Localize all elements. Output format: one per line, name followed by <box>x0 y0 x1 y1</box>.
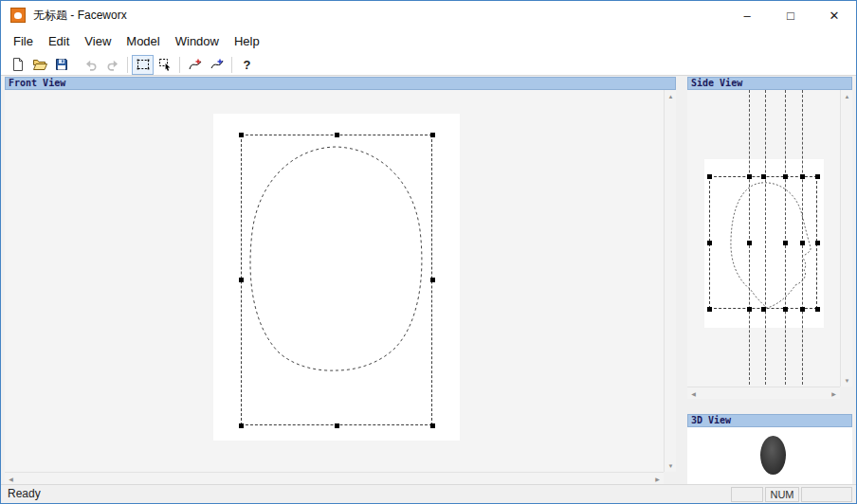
front-vertical-scrollbar[interactable]: ▲ ▼ <box>664 90 676 472</box>
threed-head-render <box>760 436 786 475</box>
menubar: File Edit View Model Window Help <box>1 29 856 54</box>
scroll-right-icon: ▶ <box>655 476 660 482</box>
toolbar-separator <box>127 57 128 73</box>
curve-add-blue-tool-button[interactable] <box>206 55 228 75</box>
side-view-body[interactable]: ▲ ▼ ◀ ▶ <box>687 90 852 399</box>
minimize-button[interactable]: – <box>725 1 769 29</box>
scroll-right-button[interactable]: ▶ <box>651 473 664 484</box>
curve-add-red-tool-button[interactable] <box>184 55 206 75</box>
scroll-down-icon: ▼ <box>845 378 850 384</box>
selection-handle[interactable] <box>335 133 339 137</box>
menu-edit[interactable]: Edit <box>41 29 77 54</box>
guide-handle[interactable] <box>800 307 805 312</box>
guide-handle[interactable] <box>783 174 788 179</box>
scroll-down-button[interactable]: ▼ <box>841 374 852 387</box>
front-view-header: Front View <box>5 77 676 90</box>
selection-handle[interactable] <box>335 423 339 428</box>
select-rect-tool-button[interactable] <box>132 55 154 75</box>
menu-model[interactable]: Model <box>119 29 167 54</box>
guide-handle[interactable] <box>800 241 805 245</box>
side-vertical-scrollbar[interactable]: ▲ ▼ <box>840 90 852 387</box>
titlebar: 无标题 - Faceworx – □ ✕ <box>1 1 856 29</box>
menu-view[interactable]: View <box>77 29 119 54</box>
redo-button[interactable] <box>101 55 123 75</box>
toolbar: ? <box>1 54 856 76</box>
guide-handle[interactable] <box>783 307 788 312</box>
maximize-button[interactable]: □ <box>769 1 812 29</box>
selection-handle[interactable] <box>430 423 435 428</box>
app-icon <box>10 8 26 23</box>
threed-view-header: 3D View <box>687 414 852 427</box>
scroll-left-icon: ◀ <box>691 390 696 397</box>
close-icon: ✕ <box>830 9 840 23</box>
side-view-header: Side View <box>687 77 852 90</box>
selection-handle[interactable] <box>707 241 712 245</box>
selection-handle[interactable] <box>815 307 820 312</box>
help-button[interactable]: ? <box>236 55 258 75</box>
selection-handle[interactable] <box>707 307 712 312</box>
threed-view-title: 3D View <box>691 415 731 425</box>
selection-handle[interactable] <box>815 241 820 245</box>
scroll-down-button[interactable]: ▼ <box>665 459 676 472</box>
selection-handle[interactable] <box>430 278 435 282</box>
guide-handle[interactable] <box>783 241 788 245</box>
scrollbar-corner <box>840 387 852 399</box>
save-floppy-icon <box>54 57 69 72</box>
menu-help[interactable]: Help <box>227 29 267 54</box>
num-indicator: NUM <box>770 489 793 500</box>
scroll-down-icon: ▼ <box>668 463 674 469</box>
minimize-icon: – <box>743 9 750 23</box>
close-button[interactable]: ✕ <box>812 1 856 29</box>
new-file-button[interactable] <box>7 55 28 75</box>
selection-handle[interactable] <box>815 174 820 179</box>
threed-view-body[interactable] <box>687 427 852 484</box>
new-file-icon <box>10 57 26 72</box>
selection-handle[interactable] <box>761 307 766 312</box>
transform-tool-button[interactable] <box>154 55 175 75</box>
scroll-left-button[interactable]: ◀ <box>5 473 17 484</box>
scroll-right-icon: ▶ <box>831 390 836 397</box>
curve-add-blue-icon <box>210 57 225 72</box>
toolbar-separator <box>179 57 180 73</box>
transform-rect-icon <box>157 57 173 72</box>
scroll-left-button[interactable]: ◀ <box>687 387 700 399</box>
status-pane-scrl <box>801 487 852 502</box>
undo-icon <box>83 57 99 72</box>
scroll-up-icon: ▲ <box>668 94 674 99</box>
selection-handle[interactable] <box>239 423 244 428</box>
scroll-up-button[interactable]: ▲ <box>665 90 676 102</box>
curve-add-red-icon <box>188 57 203 72</box>
save-button[interactable] <box>50 55 72 75</box>
guide-handle[interactable] <box>747 307 752 312</box>
menu-file[interactable]: File <box>6 29 41 54</box>
selection-handle[interactable] <box>239 133 244 137</box>
status-message: Ready <box>8 487 41 500</box>
select-rect-icon <box>136 57 151 72</box>
statusbar: Ready NUM <box>1 484 856 503</box>
front-view-body[interactable]: ▲ ▼ ◀ ▶ <box>5 90 676 484</box>
app-window: 无标题 - Faceworx – □ ✕ File Edit View Mode… <box>0 0 857 504</box>
selection-handle[interactable] <box>239 278 244 282</box>
selection-handle[interactable] <box>761 174 766 179</box>
menu-window[interactable]: Window <box>168 29 227 54</box>
redo-icon <box>105 57 120 72</box>
maximize-icon: □ <box>787 9 794 23</box>
selection-handle[interactable] <box>707 174 712 179</box>
guide-handle[interactable] <box>800 174 805 179</box>
scroll-up-button[interactable]: ▲ <box>841 90 852 102</box>
scroll-left-icon: ◀ <box>9 476 13 482</box>
guide-handle[interactable] <box>747 241 752 245</box>
scrollbar-corner <box>664 472 676 484</box>
scroll-up-icon: ▲ <box>845 94 850 99</box>
front-selection-rect[interactable] <box>241 135 432 425</box>
side-view-title: Side View <box>691 78 742 88</box>
front-horizontal-scrollbar[interactable]: ◀ ▶ <box>5 472 664 484</box>
scroll-right-button[interactable]: ▶ <box>828 387 840 399</box>
status-pane-cap <box>731 487 763 502</box>
side-horizontal-scrollbar[interactable]: ◀ ▶ <box>687 387 840 399</box>
selection-handle[interactable] <box>430 133 435 137</box>
undo-button[interactable] <box>80 55 101 75</box>
help-icon: ? <box>244 58 251 72</box>
open-file-button[interactable] <box>28 55 50 75</box>
guide-handle[interactable] <box>747 174 752 179</box>
